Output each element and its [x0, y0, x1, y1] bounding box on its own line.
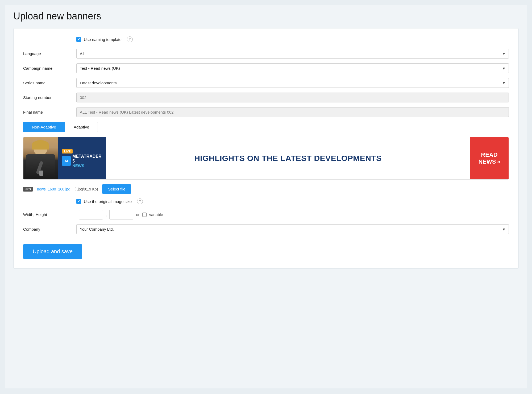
naming-template-help-icon[interactable]: ?	[127, 36, 133, 42]
series-label: Series name	[23, 81, 76, 85]
banner-preview: LIVE M METATRADER 5 NEWS	[23, 137, 509, 180]
width-input[interactable]	[79, 210, 103, 219]
mt5-logo-icon: M	[62, 156, 71, 166]
mt5-line1: METATRADER 5	[72, 154, 102, 163]
banner-bottom-bar	[58, 168, 106, 173]
file-name-link[interactable]: news_1600_160.jpg	[37, 187, 70, 191]
naming-template-row: Use naming template ?	[23, 36, 509, 42]
variable-checkbox[interactable]	[142, 213, 147, 217]
language-label: Language	[23, 51, 76, 56]
starting-number-row: Starting number	[23, 93, 509, 102]
variable-label: variable	[149, 212, 163, 217]
series-row: Series name Latest developments Series 2…	[23, 78, 509, 88]
banner-logo-area: LIVE M METATRADER 5 NEWS	[58, 146, 106, 171]
person-mic	[39, 171, 43, 176]
original-size-label: Use the original image size	[84, 199, 132, 204]
banner-inner: LIVE M METATRADER 5 NEWS	[23, 137, 509, 179]
company-select[interactable]: Your Company Ltd. Company A Company B	[76, 224, 509, 234]
original-size-help-icon[interactable]: ?	[137, 198, 143, 204]
banner-headline: HIGHLIGHTS ON THE LATEST DEVELOPMENTS	[194, 154, 382, 163]
company-label: Company	[23, 227, 76, 231]
banner-left-section: LIVE M METATRADER 5 NEWS	[23, 137, 106, 179]
language-row: Language All English German French Spani…	[23, 49, 509, 59]
company-row: Company Your Company Ltd. Company A Comp…	[23, 224, 509, 234]
final-name-input[interactable]	[76, 107, 509, 117]
language-select[interactable]: All English German French Spanish	[76, 49, 509, 59]
campaign-select[interactable]: Test - Read news (UK) Campaign 2 Campaig…	[76, 63, 509, 73]
starting-number-label: Starting number	[23, 95, 76, 100]
mt5-logo: M METATRADER 5 NEWS	[62, 154, 102, 168]
height-input[interactable]	[109, 210, 133, 219]
dimensions-or: or	[136, 212, 139, 217]
upload-save-button[interactable]: Upload and save	[23, 244, 82, 259]
adaptive-tab[interactable]: Adaptive	[65, 122, 98, 132]
live-badge: LIVE	[62, 149, 73, 154]
final-name-row: Final name	[23, 107, 509, 117]
mt5-line2: NEWS	[72, 163, 102, 168]
campaign-label: Campaign name	[23, 66, 76, 70]
dimensions-label: Width, Height	[23, 212, 76, 217]
language-select-wrapper: All English German French Spanish ▼	[76, 49, 509, 59]
select-file-button[interactable]: Select file	[102, 184, 131, 194]
series-select-wrapper: Latest developments Series 2 Series 3 ▼	[76, 78, 509, 88]
company-select-wrapper: Your Company Ltd. Company A Company B ▼	[76, 224, 509, 234]
person-hair	[32, 140, 49, 150]
banner-cta-section: READ NEWS »	[470, 137, 509, 179]
main-card: Use naming template ? Language All Engli…	[13, 28, 519, 269]
naming-template-label: Use naming template	[84, 37, 122, 42]
mt5-logo-row: M METATRADER 5 NEWS	[62, 154, 102, 168]
banner-center-section: HIGHLIGHTS ON THE LATEST DEVELOPMENTS	[106, 137, 470, 179]
original-size-checkbox[interactable]	[76, 199, 81, 204]
cta-arrows-icon: »	[497, 158, 500, 165]
original-size-row: Use the original image size ?	[23, 198, 509, 204]
naming-template-checkbox-wrapper: Use naming template ?	[76, 36, 133, 42]
file-type-badge: JPG	[23, 187, 33, 192]
banner-person-area	[23, 137, 58, 179]
file-details: ( .jpg/91.9 Kb)	[74, 187, 98, 191]
cta-line1: READ	[481, 151, 497, 158]
page-container: Upload new banners Use naming template ?…	[5, 5, 527, 388]
campaign-row: Campaign name Test - Read news (UK) Camp…	[23, 63, 509, 73]
banner-type-tabs: Non-Adaptive Adaptive	[23, 122, 509, 132]
cta-line2-row: NEWS »	[478, 158, 500, 165]
campaign-select-wrapper: Test - Read news (UK) Campaign 2 Campaig…	[76, 63, 509, 73]
file-row: JPG news_1600_160.jpg ( .jpg/91.9 Kb) Se…	[23, 184, 509, 194]
starting-number-input[interactable]	[76, 93, 509, 102]
mt5-text-group: METATRADER 5 NEWS	[72, 154, 102, 168]
cta-line2: NEWS	[478, 158, 496, 165]
final-name-label: Final name	[23, 110, 76, 114]
series-select[interactable]: Latest developments Series 2 Series 3	[76, 78, 509, 88]
page-title: Upload new banners	[13, 11, 519, 22]
non-adaptive-tab[interactable]: Non-Adaptive	[23, 122, 65, 132]
dimensions-separator: ,	[106, 212, 107, 217]
naming-template-checkbox[interactable]	[76, 37, 81, 42]
dimensions-row: Width, Height , or variable	[23, 210, 509, 219]
